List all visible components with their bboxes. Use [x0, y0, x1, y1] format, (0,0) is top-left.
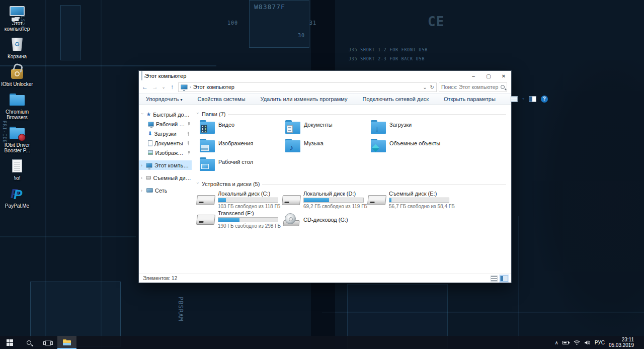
drive-tile-f[interactable]: Transcend (F:) 190 ГБ свободно из 298 ГБ	[196, 210, 281, 229]
wallpaper-ce-mark: CE	[428, 14, 444, 29]
unlocker-icon	[9, 64, 26, 80]
folder-tile-documents[interactable]: Документы	[281, 120, 367, 139]
desktop-icon-recycle-bin[interactable]: ♻ Корзина	[1, 36, 33, 59]
title-bar[interactable]: Этот компьютер – ▢ ✕	[139, 71, 511, 81]
file-list-pane: › Папки (7) Видео Документы ↓ За	[192, 105, 511, 274]
desktop-icon-text-file[interactable]: !ю!	[1, 158, 33, 181]
removable-drive-icon	[367, 195, 386, 205]
explorer-window: Этот компьютер – ▢ ✕ ← → ⌄ ↑ › Этот комп…	[138, 70, 512, 283]
folder-tile-pictures[interactable]: Изображения	[196, 139, 281, 157]
hidden-icons-chevron[interactable]: ∧	[555, 340, 558, 345]
hard-drive-icon	[196, 195, 215, 205]
sidebar-item-removable-disk[interactable]: › Съемный диск (E:)	[139, 173, 192, 183]
organize-menu[interactable]: Упорядочить ▾	[146, 96, 183, 102]
desktop-icon-chromium-browsers[interactable]: Chromium Browsers	[1, 92, 33, 120]
folders-grid: Видео Документы ↓ Загрузки Изображения	[196, 120, 511, 176]
desktop-icon-label: PayPal.Me	[5, 203, 29, 209]
removable-disk-icon	[146, 176, 151, 179]
details-view-icon[interactable]	[491, 276, 498, 282]
sidebar-item-documents[interactable]: Документы	[139, 138, 192, 148]
desktop-icon-paypal-me[interactable]: PP PayPal.Me	[1, 186, 33, 209]
sidebar-item-downloads[interactable]: ⬇ Загрузки	[139, 129, 192, 138]
change-view-icon[interactable]	[511, 96, 518, 102]
wifi-icon[interactable]	[574, 340, 580, 345]
folder-tile-desktop[interactable]: Рабочий стол	[196, 157, 281, 176]
sidebar-item-desktop[interactable]: Рабочий стол	[139, 119, 192, 129]
change-view-chevron[interactable]: ▾	[522, 97, 524, 101]
folder-tile-music[interactable]: ♪ Музыка	[281, 139, 367, 157]
refresh-icon[interactable]: ↻	[430, 84, 434, 90]
taskbar-clock[interactable]: 23:11 05.03.2019	[609, 337, 636, 348]
search-box[interactable]	[439, 82, 507, 92]
folders-group-header[interactable]: › Папки (7)	[196, 110, 511, 119]
pictures-folder-icon	[200, 139, 215, 152]
desktop-icon-label: Chromium Browsers	[1, 109, 33, 120]
collapse-chevron-icon[interactable]: ›	[141, 163, 144, 168]
maximize-button[interactable]: ▢	[481, 71, 496, 81]
pin-icon	[187, 151, 190, 155]
back-button[interactable]: ←	[141, 83, 149, 90]
search-icon[interactable]	[501, 85, 505, 89]
taskbar-search-button[interactable]	[19, 336, 38, 349]
address-field[interactable]: › Этот компьютер ⌄ ↻	[178, 82, 437, 92]
quick-access-star-icon: ★	[146, 111, 151, 118]
cube-folder-icon	[371, 139, 386, 152]
desktop-icon-label: Этот компьютер	[1, 21, 33, 32]
volume-icon[interactable]	[584, 340, 591, 345]
forward-button[interactable]: →	[151, 83, 159, 90]
devices-group-header[interactable]: › Устройства и диски (5)	[196, 179, 511, 189]
desktop-icon-iobit-unlocker[interactable]: IObit Unlocker	[1, 64, 33, 87]
drive-tile-e[interactable]: Съемный диск (E:) 56,7 ГБ свободно из 58…	[367, 190, 452, 210]
wallpaper-chip-label: W83877F	[254, 3, 285, 11]
sidebar-item-quick-access[interactable]: › ★ Быстрый доступ	[139, 110, 192, 119]
address-dropdown-chevron[interactable]: ⌄	[423, 84, 427, 90]
cd-drive-icon	[282, 213, 300, 226]
recent-locations-chevron[interactable]: ⌄	[161, 85, 166, 89]
preview-pane-icon[interactable]	[529, 96, 536, 102]
large-icons-view-icon[interactable]	[500, 276, 508, 282]
sidebar-item-pictures[interactable]: Изображения	[139, 148, 192, 157]
language-indicator[interactable]: РУС	[595, 340, 605, 345]
wallpaper-usb-text-2: J35 SHORT 2-3 FOR BACK USB	[349, 57, 425, 61]
folder-tile-3d-objects[interactable]: Объемные объекты	[367, 139, 452, 157]
map-network-drive-button[interactable]: Подключить сетевой диск	[362, 96, 428, 102]
system-tray: ∧ РУС 23:11 05.03.2019	[555, 336, 644, 349]
pin-icon	[187, 122, 190, 126]
drive-tile-d[interactable]: Локальный диск (D:) 69,2 ГБ свободно из …	[281, 190, 367, 210]
sidebar-item-network[interactable]: › Сеть	[139, 186, 192, 195]
taskbar-explorer-button[interactable]	[57, 336, 76, 349]
collapse-chevron-icon[interactable]: ›	[141, 175, 144, 180]
system-properties-button[interactable]: Свойства системы	[198, 96, 246, 102]
computer-icon	[9, 3, 26, 19]
drive-tile-c[interactable]: Локальный диск (C:) 103 ГБ свободно из 1…	[196, 190, 281, 210]
breadcrumb-chevron-icon: ›	[190, 85, 191, 89]
desktop-icon	[148, 122, 154, 127]
battery-icon[interactable]	[562, 340, 570, 345]
desktop: W83877F CE J35 SHORT 1-2 FOR FRONT USB J…	[0, 0, 644, 349]
desktop-icon-label: IObit Unlocker	[1, 81, 33, 87]
network-icon	[146, 188, 153, 193]
open-settings-button[interactable]: Открыть параметры	[444, 96, 496, 102]
breadcrumb-path[interactable]: Этот компьютер	[193, 84, 234, 90]
start-button[interactable]	[0, 336, 19, 349]
drive-tile-g[interactable]: CD-дисковод (G:)	[281, 210, 367, 229]
wallpaper-num-100: 100	[227, 20, 238, 26]
folder-tile-video[interactable]: Видео	[196, 120, 281, 139]
desktop-icon-driver-booster[interactable]: IObit Driver Booster P...	[1, 125, 33, 153]
hard-drive-icon	[196, 215, 215, 225]
task-view-button[interactable]	[38, 336, 57, 349]
desktop-icon-this-pc[interactable]: Этот компьютер	[1, 3, 33, 32]
up-button[interactable]: ↑	[168, 83, 176, 90]
expand-chevron-icon[interactable]: ›	[140, 113, 145, 116]
folder-tile-downloads[interactable]: ↓ Загрузки	[367, 120, 452, 139]
sidebar-item-this-pc[interactable]: › Этот компьютер	[139, 160, 192, 170]
group-collapse-chevron-icon[interactable]: ›	[195, 183, 200, 186]
downloads-icon: ⬇	[148, 131, 152, 136]
close-button[interactable]: ✕	[496, 71, 511, 81]
uninstall-program-button[interactable]: Удалить или изменить программу	[261, 96, 348, 102]
search-input[interactable]	[441, 84, 501, 90]
group-collapse-chevron-icon[interactable]: ›	[195, 113, 200, 116]
help-icon[interactable]: ?	[541, 96, 548, 103]
collapse-chevron-icon[interactable]: ›	[141, 188, 144, 193]
minimize-button[interactable]: –	[466, 71, 481, 81]
